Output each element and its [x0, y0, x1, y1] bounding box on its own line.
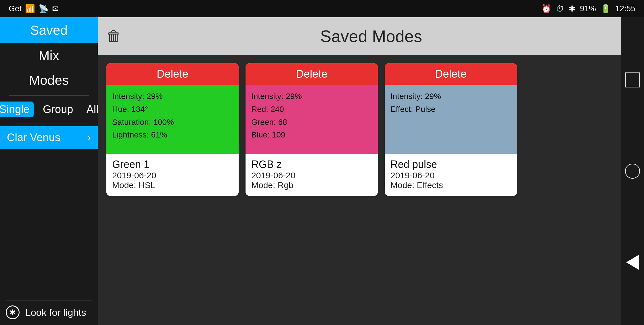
card-date: 2019-06-20 [390, 171, 511, 180]
chevron-right-icon: › [87, 132, 91, 144]
look-for-lights-button[interactable]: ✱ Look for lights [6, 305, 92, 319]
saved-mode-card: DeleteIntensity: 29%Hue: 134°Saturation:… [106, 63, 239, 196]
battery-icon: 🔋 [601, 4, 611, 14]
saved-mode-card: DeleteIntensity: 29%Effect: PulseRed pul… [385, 63, 517, 196]
divider-1 [9, 95, 89, 96]
alarm-icon: ⏰ [541, 4, 551, 14]
email-icon: ✉ [52, 4, 59, 14]
card-mode: Mode: Effects [390, 180, 511, 190]
filter-row: Single Group All [0, 99, 98, 120]
divider-2 [9, 123, 89, 123]
status-left: Get 📶 📡 ✉ [9, 4, 59, 14]
mix-button[interactable]: Mix [0, 43, 98, 68]
time-display: 12:55 [615, 4, 635, 13]
status-right: ⏰ ⏱ ✱ 91% 🔋 12:55 [541, 4, 635, 14]
card-mode: Mode: HSL [112, 180, 233, 190]
card-date: 2019-06-20 [112, 171, 233, 180]
bluetooth-icon: ✱ [6, 305, 20, 319]
sidebar: Saved Mix Modes Single Group All Clar Ve… [0, 17, 98, 325]
card-color-text: Intensity: 29%Hue: 134°Saturation: 100%L… [112, 90, 174, 142]
card-name: Green 1 [112, 158, 233, 171]
delete-card-button[interactable]: Delete [106, 63, 239, 85]
card-name: RGB z [251, 158, 372, 171]
saved-mode-card: DeleteIntensity: 29%Red: 240Green: 68Blu… [246, 63, 378, 196]
back-button[interactable] [626, 255, 639, 270]
main-area: 🗑 Saved Modes DeleteIntensity: 29%Hue: 1… [98, 17, 621, 325]
clock-icon: ⏱ [556, 4, 564, 14]
look-for-lights-label: Look for lights [25, 307, 86, 318]
card-info: RGB z2019-06-20Mode: Rgb [246, 154, 378, 196]
card-color-area: Intensity: 29%Effect: Pulse [385, 85, 517, 154]
modes-button[interactable]: Modes [0, 68, 98, 93]
main-header: 🗑 Saved Modes [98, 17, 621, 55]
card-info: Green 12019-06-20Mode: HSL [106, 154, 239, 196]
card-name: Red pulse [390, 158, 511, 171]
cards-area: DeleteIntensity: 29%Hue: 134°Saturation:… [98, 55, 621, 325]
sidebar-bottom: ✱ Look for lights [0, 301, 98, 319]
filter-single[interactable]: Single [0, 102, 34, 117]
device-label: Clar Venus [7, 131, 60, 144]
circle-button[interactable] [625, 164, 640, 179]
card-color-text: Intensity: 29%Effect: Pulse [390, 90, 441, 116]
carrier-label: Get [9, 4, 22, 13]
delete-card-button[interactable]: Delete [385, 63, 517, 85]
square-button[interactable] [625, 72, 640, 87]
card-mode: Mode: Rgb [251, 180, 372, 190]
battery-pct: 91% [580, 4, 596, 13]
card-color-text: Intensity: 29%Red: 240Green: 68Blue: 109 [251, 90, 302, 142]
page-title: Saved Modes [130, 26, 612, 46]
trash-icon[interactable]: 🗑 [106, 27, 121, 45]
card-info: Red pulse2019-06-20Mode: Effects [385, 154, 517, 196]
delete-card-button[interactable]: Delete [246, 63, 378, 85]
saved-button[interactable]: Saved [0, 17, 98, 43]
wifi-icon: 📡 [39, 4, 49, 14]
signal-icon: 📶 [25, 4, 35, 14]
card-color-area: Intensity: 29%Hue: 134°Saturation: 100%L… [106, 85, 239, 154]
bluetooth-status-icon: ✱ [569, 4, 575, 14]
bottom-divider [6, 301, 92, 301]
device-button[interactable]: Clar Venus › [0, 126, 98, 149]
right-system-buttons [621, 17, 644, 325]
filter-group[interactable]: Group [39, 102, 77, 117]
card-color-area: Intensity: 29%Red: 240Green: 68Blue: 109 [246, 85, 378, 154]
card-date: 2019-06-20 [251, 171, 372, 180]
status-bar: Get 📶 📡 ✉ ⏰ ⏱ ✱ 91% 🔋 12:55 [0, 0, 644, 17]
